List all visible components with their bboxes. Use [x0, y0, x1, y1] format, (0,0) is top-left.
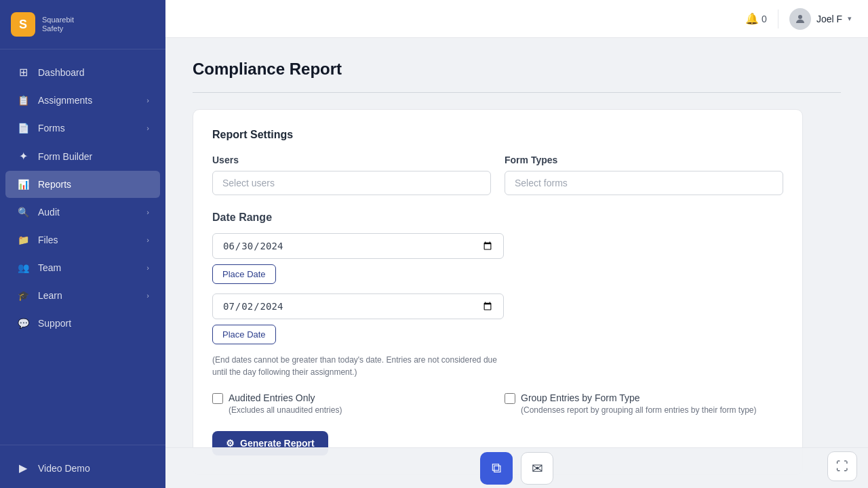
- reports-icon: [16, 178, 30, 190]
- sidebar-logo: S Squarebit Safety: [0, 0, 165, 49]
- sidebar-item-learn[interactable]: Learn ›: [5, 282, 160, 309]
- sidebar-item-label: Learn: [38, 290, 62, 301]
- mail-action-button[interactable]: ✉: [521, 452, 553, 485]
- group-checkbox-group: Group Entries by Form Type (Condenses re…: [505, 392, 783, 415]
- group-entries-group: Group Entries by Form Type (Condenses re…: [505, 392, 783, 415]
- forms-icon: [16, 122, 30, 134]
- sidebar-item-label: Support: [38, 318, 71, 329]
- date-start-wrapper: [212, 233, 783, 259]
- svg-point-0: [798, 15, 802, 19]
- user-name: Joel F: [816, 14, 842, 24]
- sidebar-item-label: Reports: [38, 179, 71, 190]
- group-sub: (Condenses report by grouping all form e…: [521, 405, 757, 415]
- form-types-label: Form Types: [505, 155, 783, 165]
- sidebar-item-label: Audit: [38, 207, 60, 218]
- expand-icon: ⛶: [836, 460, 848, 474]
- chevron-right-icon: ›: [146, 264, 149, 272]
- place-date-start-button[interactable]: Place Date: [212, 264, 276, 284]
- dashboard-icon: [16, 66, 30, 79]
- options-row: Audited Entries Only (Excludes all unaud…: [212, 392, 783, 415]
- sidebar-item-label: Video Demo: [38, 463, 90, 474]
- copy-icon: ⧉: [492, 460, 501, 476]
- audited-entries-group: Audited Entries Only (Excludes all unaud…: [212, 392, 491, 415]
- logo-icon: S: [11, 12, 35, 37]
- sidebar-item-video-demo[interactable]: Video Demo: [5, 454, 160, 482]
- assignments-icon: [16, 94, 30, 106]
- date-range-section: Date Range Place Date Place Date (End da…: [212, 211, 783, 378]
- chevron-right-icon: ›: [146, 236, 149, 244]
- group-checkbox[interactable]: [505, 393, 515, 404]
- users-group: Users: [212, 155, 491, 195]
- copy-action-button[interactable]: ⧉: [480, 452, 513, 485]
- sidebar-item-label: Team: [38, 262, 61, 273]
- sidebar-item-label: Form Builder: [38, 151, 92, 162]
- page-content: Compliance Report Report Settings Users …: [165, 38, 868, 488]
- chevron-right-icon: ›: [146, 96, 149, 104]
- date-start-input[interactable]: [212, 233, 504, 259]
- audited-sub: (Excludes all unaudited entries): [229, 405, 342, 415]
- notification-button[interactable]: 0: [745, 12, 767, 25]
- sidebar-item-label: Files: [38, 235, 58, 245]
- form-types-group: Form Types: [505, 155, 783, 195]
- sidebar-nav: Dashboard Assignments › Forms › Form Bui…: [0, 49, 165, 445]
- date-note: (End dates cannot be greater than today'…: [212, 354, 504, 378]
- support-icon: [16, 317, 30, 329]
- formbuilder-icon: [16, 150, 30, 163]
- logo-text: Squarebit Safety: [42, 16, 74, 33]
- users-forms-row: Users Form Types: [212, 155, 783, 195]
- mail-icon: ✉: [532, 460, 543, 476]
- page-title: Compliance Report: [193, 60, 841, 79]
- bottom-bar: ⧉ ✉: [165, 447, 868, 488]
- sidebar-item-audit[interactable]: Audit ›: [5, 199, 160, 226]
- chevron-right-icon: ›: [146, 291, 149, 300]
- chevron-down-icon: ▾: [848, 14, 852, 23]
- sidebar: S Squarebit Safety Dashboard Assignments…: [0, 0, 165, 488]
- learn-icon: [16, 289, 30, 302]
- notification-count: 0: [762, 14, 767, 24]
- date-end-input[interactable]: [212, 293, 504, 319]
- sidebar-item-label: Dashboard: [38, 67, 85, 78]
- form-types-input[interactable]: [505, 171, 783, 195]
- header-divider: [778, 9, 778, 28]
- expand-corner-button[interactable]: ⛶: [827, 451, 857, 481]
- sidebar-item-team[interactable]: Team ›: [5, 254, 160, 281]
- date-end-wrapper: [212, 293, 783, 319]
- files-icon: [16, 234, 30, 246]
- header: 0 Joel F ▾: [165, 0, 868, 38]
- sidebar-item-assignments[interactable]: Assignments ›: [5, 87, 160, 114]
- sidebar-item-form-builder[interactable]: Form Builder: [5, 142, 160, 170]
- video-icon: [16, 462, 30, 474]
- sidebar-bottom: Video Demo: [0, 445, 165, 488]
- sidebar-item-support[interactable]: Support: [5, 310, 160, 337]
- team-icon: [16, 262, 30, 274]
- avatar: [789, 8, 811, 30]
- sidebar-item-reports[interactable]: Reports: [5, 171, 160, 198]
- audited-checkbox[interactable]: [212, 393, 223, 404]
- sidebar-item-label: Assignments: [38, 95, 92, 106]
- user-menu[interactable]: Joel F ▾: [789, 8, 852, 30]
- bell-icon: [745, 12, 759, 25]
- main-content: 0 Joel F ▾ Compliance Report Report Sett…: [165, 0, 868, 488]
- sidebar-item-label: Forms: [38, 123, 65, 134]
- audited-label[interactable]: Audited Entries Only: [229, 392, 315, 403]
- sidebar-item-forms[interactable]: Forms ›: [5, 115, 160, 142]
- section-title: Report Settings: [212, 129, 783, 141]
- users-label: Users: [212, 155, 491, 165]
- date-range-title: Date Range: [212, 211, 783, 224]
- report-card: Report Settings Users Form Types Date Ra…: [193, 109, 803, 475]
- chevron-right-icon: ›: [146, 124, 149, 132]
- place-date-end-button[interactable]: Place Date: [212, 325, 276, 344]
- group-label[interactable]: Group Entries by Form Type: [521, 392, 640, 403]
- chevron-right-icon: ›: [146, 208, 149, 216]
- audited-checkbox-group: Audited Entries Only (Excludes all unaud…: [212, 392, 491, 415]
- page-divider: [193, 92, 841, 93]
- sidebar-item-files[interactable]: Files ›: [5, 226, 160, 253]
- audit-icon: [16, 206, 30, 218]
- sidebar-item-dashboard[interactable]: Dashboard: [5, 58, 160, 86]
- users-input[interactable]: [212, 171, 491, 195]
